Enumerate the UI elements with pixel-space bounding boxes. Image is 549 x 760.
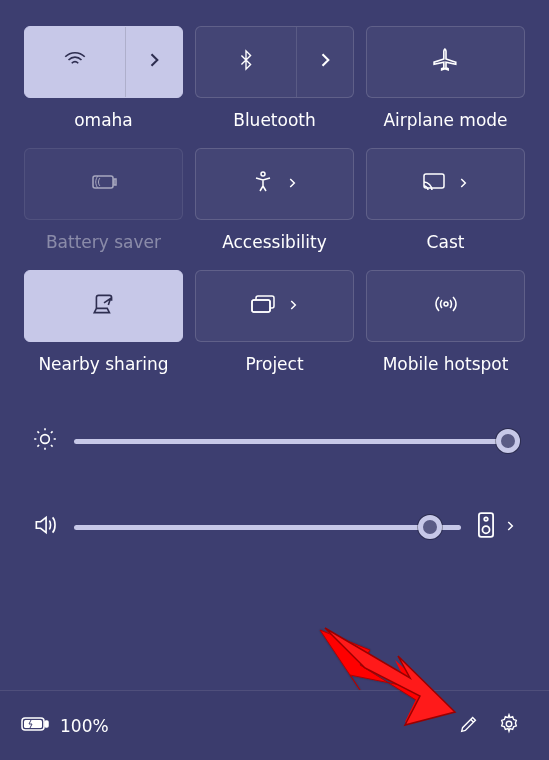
battery-status[interactable]: 100% [20,714,109,738]
svg-rect-3 [424,174,444,188]
wifi-label: omaha [74,110,133,130]
svg-rect-14 [24,720,42,728]
chevron-right-icon [144,50,164,74]
tile-bluetooth: Bluetooth [195,26,354,130]
sliders-section [24,426,525,542]
airplane-icon [433,47,459,77]
battery-saver-button [24,148,183,220]
battery-saver-label: Battery saver [46,232,161,252]
tile-battery-saver: Battery saver [24,148,183,252]
battery-saver-icon [90,171,118,197]
project-label: Project [245,354,303,374]
battery-percent: 100% [60,716,109,736]
project-icon [250,293,276,319]
svg-point-2 [261,172,265,176]
gear-icon [498,713,520,739]
svg-point-10 [484,517,488,521]
nearby-sharing-label: Nearby sharing [38,354,168,374]
volume-thumb[interactable] [418,515,442,539]
settings-button[interactable] [489,706,529,746]
bluetooth-toggle[interactable] [196,27,297,97]
volume-slider[interactable] [74,525,461,530]
audio-output-icon[interactable] [477,512,495,542]
footer-bar: 100% [0,690,549,760]
accessibility-label: Accessibility [222,232,327,252]
chevron-right-icon[interactable] [503,518,517,537]
brightness-icon [32,426,58,456]
svg-point-11 [482,526,489,533]
tile-airplane: Airplane mode [366,26,525,130]
svg-rect-1 [114,179,116,185]
chevron-right-icon [456,175,470,194]
accessibility-button[interactable] [195,148,354,220]
chevron-right-icon [285,175,299,194]
tile-nearby-sharing: Nearby sharing [24,270,183,374]
nearby-sharing-button[interactable] [24,270,183,342]
volume-row [32,512,517,542]
bluetooth-expand[interactable] [297,27,353,97]
volume-icon [32,512,58,542]
wifi-icon [62,47,88,77]
airplane-label: Airplane mode [383,110,507,130]
accessibility-icon [251,170,275,198]
brightness-thumb[interactable] [496,429,520,453]
tile-project: Project [195,270,354,374]
cast-label: Cast [427,232,465,252]
brightness-slider[interactable] [74,439,517,444]
tile-grid: omaha Bluetooth [24,26,525,374]
tile-wifi: omaha [24,26,183,130]
wifi-button[interactable] [24,26,183,98]
project-button[interactable] [195,270,354,342]
wifi-toggle[interactable] [25,27,126,97]
brightness-row [32,426,517,456]
quick-settings-panel: omaha Bluetooth [0,0,549,542]
svg-rect-13 [45,721,48,727]
svg-point-8 [41,435,50,444]
hotspot-label: Mobile hotspot [383,354,509,374]
edit-button[interactable] [449,706,489,746]
cast-button[interactable] [366,148,525,220]
svg-rect-5 [252,300,270,312]
chevron-right-icon [315,50,335,74]
battery-icon [20,714,50,738]
svg-point-7 [444,302,448,306]
svg-point-15 [506,721,512,727]
bluetooth-icon [235,49,257,75]
hotspot-button[interactable] [366,270,525,342]
tile-hotspot: Mobile hotspot [366,270,525,374]
nearby-sharing-icon [91,291,117,321]
tile-accessibility: Accessibility [195,148,354,252]
cast-icon [422,171,446,197]
airplane-button[interactable] [366,26,525,98]
bluetooth-label: Bluetooth [233,110,316,130]
tile-cast: Cast [366,148,525,252]
bluetooth-button[interactable] [195,26,354,98]
wifi-expand[interactable] [126,27,182,97]
hotspot-icon [433,292,459,320]
chevron-right-icon [286,297,300,316]
pencil-icon [458,713,480,739]
